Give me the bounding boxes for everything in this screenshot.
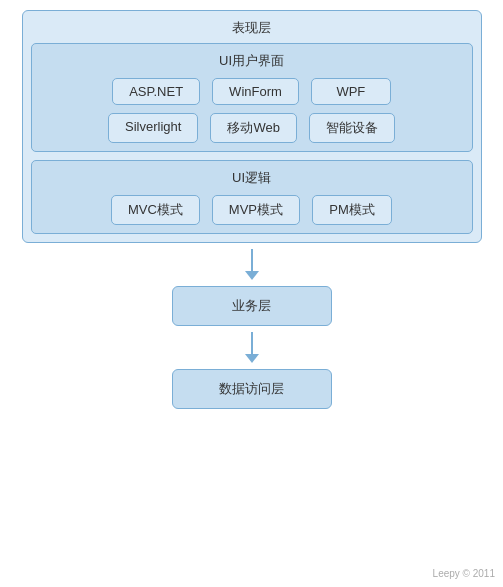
- watermark: Leepy © 2011: [433, 568, 495, 579]
- logic-row-1: MVC模式 MVP模式 PM模式: [40, 195, 464, 225]
- arrow-line-2: [251, 332, 253, 354]
- business-layer-box: 业务层: [172, 286, 332, 326]
- ui-logic-label: UI逻辑: [40, 169, 464, 187]
- ui-interface-box: UI用户界面 ASP.NET WinForm WPF Silverlight 移…: [31, 43, 473, 152]
- winform-chip: WinForm: [212, 78, 299, 105]
- arrow-1: [245, 249, 259, 280]
- data-access-layer-box: 数据访问层: [172, 369, 332, 409]
- pm-chip: PM模式: [312, 195, 392, 225]
- asp-net-chip: ASP.NET: [112, 78, 200, 105]
- arrow-head-1: [245, 271, 259, 280]
- presentation-layer-box: 表现层 UI用户界面 ASP.NET WinForm WPF Silverlig…: [22, 10, 482, 243]
- arrow-2: [245, 332, 259, 363]
- ui-logic-box: UI逻辑 MVC模式 MVP模式 PM模式: [31, 160, 473, 234]
- ui-row-1: ASP.NET WinForm WPF: [40, 78, 464, 105]
- wpf-chip: WPF: [311, 78, 391, 105]
- mobile-web-chip: 移动Web: [210, 113, 297, 143]
- architecture-diagram: 表现层 UI用户界面 ASP.NET WinForm WPF Silverlig…: [22, 10, 482, 409]
- business-layer-label: 业务层: [232, 298, 271, 313]
- mvc-chip: MVC模式: [111, 195, 200, 225]
- arrow-line-1: [251, 249, 253, 271]
- arrow-head-2: [245, 354, 259, 363]
- ui-interface-label: UI用户界面: [40, 52, 464, 70]
- ui-row-2: Silverlight 移动Web 智能设备: [40, 113, 464, 143]
- mvp-chip: MVP模式: [212, 195, 300, 225]
- silverlight-chip: Silverlight: [108, 113, 198, 143]
- presentation-layer-label: 表现层: [31, 19, 473, 37]
- smart-device-chip: 智能设备: [309, 113, 395, 143]
- data-access-layer-label: 数据访问层: [219, 381, 284, 396]
